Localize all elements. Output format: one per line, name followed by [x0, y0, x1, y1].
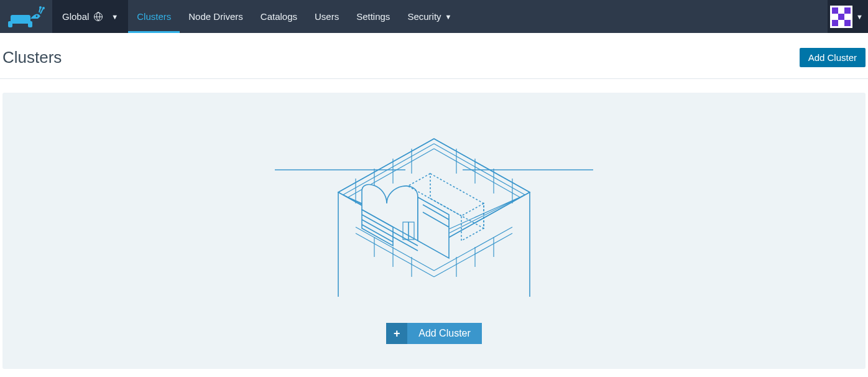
page-header: Clusters Add Cluster: [0, 33, 868, 79]
add-cluster-cta-label: Add Cluster: [407, 323, 482, 344]
svg-rect-1: [8, 21, 12, 27]
svg-rect-0: [11, 15, 30, 24]
svg-point-4: [42, 7, 45, 9]
page-title: Clusters: [2, 48, 62, 67]
nav-users[interactable]: Users: [306, 0, 348, 33]
nav-catalogs[interactable]: Catalogs: [252, 0, 306, 33]
empty-illustration: [275, 135, 593, 297]
svg-point-5: [39, 6, 42, 9]
scope-label: Global: [62, 11, 89, 22]
add-cluster-cta[interactable]: + Add Cluster: [386, 323, 482, 344]
svg-rect-9: [838, 14, 844, 20]
nav-items: Clusters Node Drivers Catalogs Users Set…: [128, 0, 460, 33]
scope-selector[interactable]: Global ▼: [52, 0, 128, 33]
brand-logo[interactable]: [1, 0, 52, 33]
plus-icon: +: [386, 323, 407, 344]
svg-rect-2: [28, 21, 32, 27]
top-nav: Global ▼ Clusters Node Drivers Catalogs …: [0, 0, 868, 33]
add-cluster-button[interactable]: Add Cluster: [800, 48, 866, 67]
svg-rect-10: [832, 20, 838, 26]
chevron-down-icon: ▼: [111, 13, 118, 21]
chevron-down-icon: ▼: [445, 13, 452, 21]
avatar: [830, 6, 852, 28]
nav-node-drivers[interactable]: Node Drivers: [180, 0, 252, 33]
nav-security[interactable]: Security ▼: [399, 0, 460, 33]
svg-rect-11: [844, 20, 851, 26]
nav-clusters[interactable]: Clusters: [128, 0, 180, 33]
chevron-down-icon: ▼: [856, 13, 863, 21]
nav-settings[interactable]: Settings: [348, 0, 399, 33]
globe-icon: [94, 12, 103, 21]
svg-point-3: [36, 15, 38, 17]
user-menu[interactable]: ▼: [828, 0, 868, 33]
svg-rect-8: [844, 7, 851, 14]
empty-state: + Add Cluster: [2, 93, 866, 369]
svg-rect-7: [832, 7, 838, 14]
